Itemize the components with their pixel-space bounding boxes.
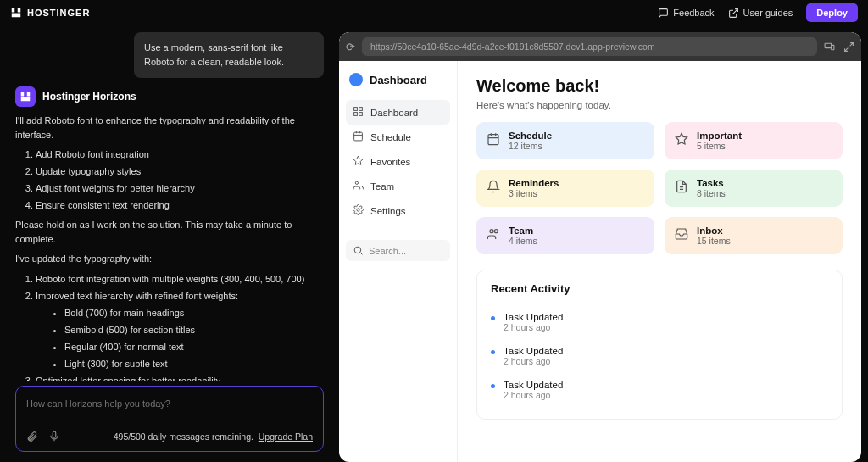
activity-label: Task Updated xyxy=(504,380,563,390)
plan-item: Adjust font weights for better hierarchy xyxy=(36,181,324,196)
card-subtitle: 12 items xyxy=(509,141,552,151)
card-reminders[interactable]: Reminders3 items xyxy=(476,170,654,207)
bot-avatar-icon xyxy=(15,86,36,107)
sidebar-item-label: Favorites xyxy=(370,157,410,167)
chat-input-area[interactable]: 495/500 daily messages remaining. Upgrad… xyxy=(15,386,324,452)
important-icon xyxy=(675,132,688,149)
card-title: Tasks xyxy=(697,178,726,188)
activity-time: 2 hours ago xyxy=(504,390,563,400)
chat-input[interactable] xyxy=(26,398,313,409)
welcome-heading: Welcome back! xyxy=(476,76,843,96)
sidebar-dot-icon xyxy=(349,73,363,86)
card-subtitle: 5 items xyxy=(697,141,742,151)
inbox-icon xyxy=(675,227,688,244)
activity-item[interactable]: Task Updated2 hours ago xyxy=(491,305,828,339)
activity-item[interactable]: Task Updated2 hours ago xyxy=(491,339,828,373)
card-title: Inbox xyxy=(697,225,731,236)
dashboard-icon xyxy=(353,106,364,119)
card-team[interactable]: Team4 items xyxy=(476,217,654,254)
detail-item: Improved text hierarchy with refined fon… xyxy=(36,289,324,303)
svg-point-8 xyxy=(355,181,358,184)
detail-item: Roboto font integration with multiple we… xyxy=(36,272,324,287)
sidebar-item-settings[interactable]: Settings xyxy=(346,198,450,223)
activity-time: 2 hours ago xyxy=(504,322,563,332)
activity-dot-icon xyxy=(491,384,495,388)
svg-point-9 xyxy=(357,209,359,211)
activity-time: 2 hours ago xyxy=(504,356,563,366)
chat-icon xyxy=(658,8,669,19)
svg-rect-4 xyxy=(359,108,363,111)
svg-rect-6 xyxy=(359,113,363,116)
hostinger-logo-icon xyxy=(10,7,22,19)
reminders-icon xyxy=(487,180,500,197)
user-guides-link[interactable]: User guides xyxy=(728,8,793,19)
activity-label: Task Updated xyxy=(504,346,563,356)
reload-icon[interactable]: ⟳ xyxy=(346,41,355,53)
brand-text: HOSTINGER xyxy=(27,8,90,18)
detail-item: Optimized letter spacing for better read… xyxy=(36,374,324,381)
sidebar-item-favorites[interactable]: Favorites xyxy=(346,149,450,174)
updated-text: I've updated the typography with: xyxy=(15,252,324,266)
svg-rect-1 xyxy=(825,43,832,47)
attach-icon[interactable] xyxy=(26,431,38,443)
search-icon xyxy=(353,245,364,256)
brand: HOSTINGER xyxy=(10,7,90,19)
card-important[interactable]: Important5 items xyxy=(665,122,843,159)
card-subtitle: 3 items xyxy=(509,188,559,198)
svg-rect-0 xyxy=(53,431,56,437)
settings-icon xyxy=(353,204,364,217)
card-tasks[interactable]: Tasks8 items xyxy=(665,170,843,207)
sidebar-item-schedule[interactable]: Schedule xyxy=(346,125,450,149)
svg-point-13 xyxy=(494,230,498,233)
card-title: Schedule xyxy=(509,131,552,141)
activity-label: Task Updated xyxy=(504,312,563,322)
deploy-button[interactable]: Deploy xyxy=(806,3,858,22)
card-schedule[interactable]: Schedule12 items xyxy=(476,122,654,159)
svg-rect-7 xyxy=(354,132,363,141)
plan-item: Ensure consistent text rendering xyxy=(36,198,324,213)
card-title: Reminders xyxy=(509,178,559,188)
sidebar-item-dashboard[interactable]: Dashboard xyxy=(346,100,450,125)
schedule-icon xyxy=(487,132,500,149)
favorites-icon xyxy=(353,155,364,168)
upgrade-plan-link[interactable]: Upgrade Plan xyxy=(259,431,313,442)
feedback-link[interactable]: Feedback xyxy=(658,8,714,19)
weight-item: Semibold (500) for section titles xyxy=(64,323,324,337)
svg-rect-11 xyxy=(488,135,498,145)
bot-name: Hostinger Horizons xyxy=(42,89,136,105)
search-input[interactable]: Search... xyxy=(346,240,450,261)
chat-scroll: Use a modern, sans-serif font like Robot… xyxy=(15,25,324,381)
svg-point-12 xyxy=(490,230,493,233)
activity-title: Recent Activity xyxy=(491,282,828,295)
sidebar-item-label: Team xyxy=(370,181,394,192)
details-list: Roboto font integration with multiple we… xyxy=(15,272,324,381)
messages-remaining: 495/500 daily messages remaining. xyxy=(114,431,253,442)
card-subtitle: 4 items xyxy=(509,236,537,246)
url-bar[interactable]: https://50ce4a10-65ae-4d9d-a2ce-f0191c8d… xyxy=(362,37,817,56)
bot-intro: I'll add Roboto font to enhance the typo… xyxy=(15,114,324,142)
external-link-icon xyxy=(728,8,739,19)
plan-list: Add Roboto font integrationUpdate typogr… xyxy=(15,148,324,213)
expand-icon[interactable] xyxy=(843,42,854,53)
card-title: Important xyxy=(697,131,742,141)
mic-icon[interactable] xyxy=(48,431,60,443)
devices-icon[interactable] xyxy=(824,42,835,53)
activity-item[interactable]: Task Updated2 hours ago xyxy=(491,373,828,407)
card-title: Team xyxy=(509,225,537,236)
activity-dot-icon xyxy=(491,316,495,320)
weight-item: Regular (400) for normal text xyxy=(64,340,324,354)
card-inbox[interactable]: Inbox15 items xyxy=(665,217,843,254)
team-icon xyxy=(487,227,500,244)
activity-dot-icon xyxy=(491,350,495,354)
sidebar-title: Dashboard xyxy=(346,73,450,86)
welcome-subtitle: Here's what's happening today. xyxy=(476,100,843,110)
plan-item: Update typography styles xyxy=(36,164,324,179)
svg-rect-5 xyxy=(354,113,358,116)
sidebar-item-team[interactable]: Team xyxy=(346,174,450,198)
svg-rect-2 xyxy=(832,45,834,49)
svg-point-10 xyxy=(354,247,361,253)
sidebar-item-label: Dashboard xyxy=(370,108,418,118)
user-message: Use a modern, sans-serif font like Robot… xyxy=(134,32,324,78)
svg-rect-3 xyxy=(354,108,358,111)
sidebar-item-label: Settings xyxy=(370,206,406,216)
